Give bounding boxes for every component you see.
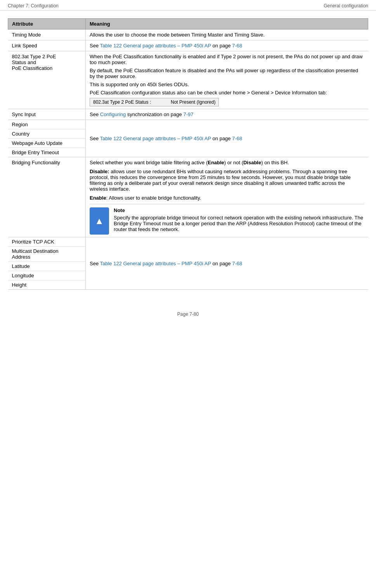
poe-status-box: 802.3at Type 2 PoE Status : Not Present … (90, 98, 219, 106)
page-content: Attribute Meaning Timing Mode Allows the… (0, 10, 376, 297)
attr-poe: 802.3at Type 2 PoEStatus andPoE Classifi… (8, 51, 86, 109)
poe-line1: When the PoE Classification functionalit… (90, 54, 364, 65)
link-page-linkspeed[interactable]: 7-68 (232, 43, 242, 49)
attr-group2: Prioritize TCP ACK Multicast Destination… (8, 237, 86, 290)
attr-timing-mode: Timing Mode (8, 30, 86, 40)
note-box: ▲ Note Specify the appropriate bridge ti… (90, 204, 364, 235)
attr-group1: Region Country Webpage Auto Update Bridg… (8, 120, 86, 157)
attr-bridging: Bridging Functionality (8, 157, 86, 237)
link-table122-group2[interactable]: Table 122 General page attributes – PMP … (100, 261, 211, 266)
meaning-group1: See Table 122 General page attributes – … (86, 120, 368, 157)
attr-sync-input: Sync Input (8, 109, 86, 120)
attr-latitude: Latitude (8, 262, 86, 271)
link-page-group2[interactable]: 7-68 (232, 261, 242, 266)
poe-status-value: Not Present (Ignored) (171, 99, 215, 105)
meaning-sync-input: See Configuring synchronization on page … (86, 109, 368, 120)
attr-bridge-entry-timeout: Bridge Entry Timeout (8, 148, 86, 157)
table-row-group2: Prioritize TCP ACK Multicast Destination… (8, 237, 368, 290)
meaning-timing-mode: Allows the user to choose the mode betwe… (86, 30, 368, 40)
bridging-line3: Enable: Allows user to enable bridge fun… (90, 195, 364, 201)
table-row-sync-input: Sync Input See Configuring synchronizati… (8, 109, 368, 120)
poe-line4: PoE Classification configuration status … (90, 90, 364, 96)
link-page-group1[interactable]: 7-68 (232, 136, 242, 141)
info-icon: ▲ (95, 216, 104, 226)
attr-longitude: Longitude (8, 271, 86, 280)
chapter-title: Chapter 7: Configuration (8, 3, 59, 9)
poe-line2: By default, the PoE Classification featu… (90, 68, 364, 79)
note-title: Note (114, 207, 364, 213)
attr-country: Country (8, 129, 86, 139)
page-footer: Page 7-80 (0, 305, 376, 320)
note-text: Specify the appropriate bridge timeout f… (114, 215, 364, 232)
col-attribute-header: Attribute (8, 19, 86, 30)
page-number: Page 7-80 (177, 311, 199, 317)
attr-prioritize-tcp-ack: Prioritize TCP ACK (8, 237, 86, 247)
meaning-link-speed: See Table 122 General page attributes – … (86, 40, 368, 51)
attr-multicast-dest-addr: Multicast DestinationAddress (8, 247, 86, 262)
meaning-poe: When the PoE Classification functionalit… (86, 51, 368, 109)
link-configuring[interactable]: Configuring (100, 111, 126, 117)
section-title: General configuration (324, 3, 368, 9)
bridging-line1: Select whether you want bridge table fil… (90, 160, 364, 165)
link-table122-linkspeed[interactable]: Table 122 General page attributes – PMP … (100, 43, 211, 49)
table-row-timing-mode: Timing Mode Allows the user to choose th… (8, 30, 368, 40)
meaning-bridging: Select whether you want bridge table fil… (86, 157, 368, 237)
table-row-poe: 802.3at Type 2 PoEStatus andPoE Classifi… (8, 51, 368, 109)
col-meaning-header: Meaning (86, 19, 368, 30)
note-icon: ▲ (90, 207, 109, 235)
attr-link-speed: Link Speed (8, 40, 86, 51)
attributes-table: Attribute Meaning Timing Mode Allows the… (8, 18, 368, 290)
bridging-line2: Disable: allows user to use redundant BH… (90, 169, 364, 192)
table-row-group1: Region Country Webpage Auto Update Bridg… (8, 120, 368, 157)
note-content: Note Specify the appropriate bridge time… (114, 207, 364, 235)
attr-region: Region (8, 120, 86, 129)
attr-webpage-auto-update: Webpage Auto Update (8, 139, 86, 148)
meaning-group2: See Table 122 General page attributes – … (86, 237, 368, 290)
table-row-link-speed: Link Speed See Table 122 General page at… (8, 40, 368, 51)
poe-line3: This is supported only on 450i Series OD… (90, 82, 364, 87)
table-row-bridging: Bridging Functionality Select whether yo… (8, 157, 368, 237)
attr-height: Height (8, 280, 86, 289)
poe-status-label: 802.3at Type 2 PoE Status : (93, 99, 171, 105)
link-table122-group1[interactable]: Table 122 General page attributes – PMP … (100, 136, 211, 141)
page-header: Chapter 7: Configuration General configu… (0, 0, 376, 10)
link-page-sync[interactable]: 7-97 (183, 111, 193, 117)
